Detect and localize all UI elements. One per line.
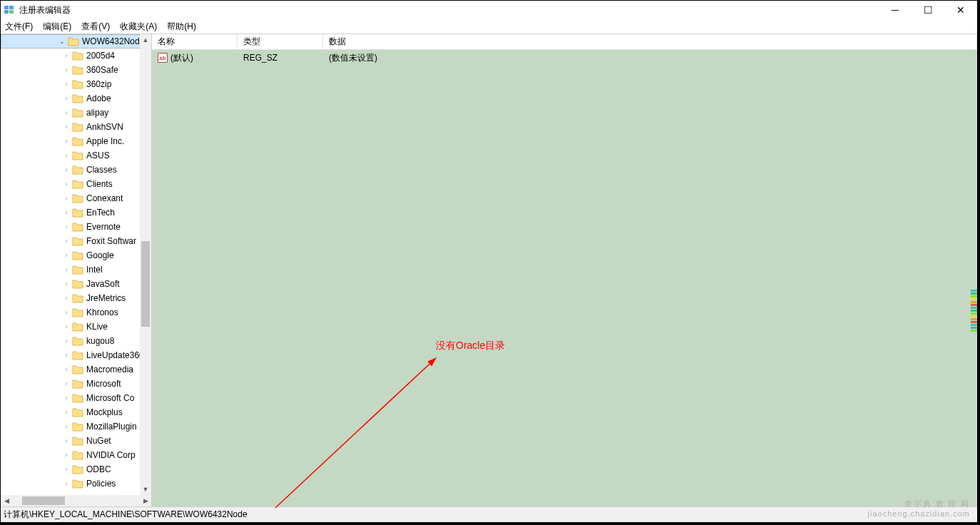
tree-item[interactable]: ›Policies	[1, 476, 151, 491]
tree-item[interactable]: ›Evernote	[1, 220, 151, 234]
tree-item[interactable]: ›Khronos	[1, 305, 151, 320]
chevron-right-icon[interactable]: ›	[62, 209, 71, 216]
chevron-right-icon[interactable]: ›	[62, 409, 71, 416]
folder-icon	[72, 165, 83, 175]
close-button[interactable]: ✕	[944, 1, 977, 19]
tree-item[interactable]: ›Conexant	[1, 191, 151, 205]
chevron-right-icon[interactable]: ›	[62, 238, 71, 245]
row-name-cell: ab (默认)	[152, 52, 238, 64]
menu-help[interactable]: 帮助(H)	[167, 21, 196, 33]
chevron-right-icon[interactable]: ›	[62, 480, 71, 487]
folder-icon	[72, 365, 83, 374]
tree-item[interactable]: ›Mockplus	[1, 405, 151, 419]
tree-body[interactable]: ⌄ WOW6432Node ›2005d4›360Safe›360zip›Ado…	[1, 34, 151, 495]
tree-item[interactable]: ›Microsoft Co	[1, 391, 151, 405]
maximize-button[interactable]: ☐	[912, 1, 944, 19]
tree-item-label: LiveUpdate360	[86, 350, 144, 360]
chevron-right-icon[interactable]: ›	[62, 323, 71, 330]
tree-item[interactable]: ›360Safe	[1, 63, 151, 77]
chevron-right-icon[interactable]: ›	[62, 95, 71, 102]
chevron-right-icon[interactable]: ›	[62, 81, 71, 88]
chevron-right-icon[interactable]: ›	[62, 166, 71, 173]
chevron-right-icon[interactable]: ›	[62, 266, 71, 273]
scroll-up-icon[interactable]: ▲	[140, 34, 151, 46]
scroll-down-icon[interactable]: ▼	[140, 484, 151, 495]
scroll-thumb[interactable]	[141, 241, 150, 327]
chevron-right-icon[interactable]: ›	[62, 280, 71, 287]
tree-item[interactable]: ›JavaSoft	[1, 277, 151, 291]
chevron-right-icon[interactable]: ›	[62, 466, 71, 473]
minimize-button[interactable]: ─	[879, 1, 912, 19]
column-name[interactable]: 名称	[152, 34, 238, 49]
tree-item[interactable]: ›NuGet	[1, 434, 151, 448]
tree-item[interactable]: ›Apple Inc.	[1, 134, 151, 148]
scroll-right-icon[interactable]: ▶	[140, 495, 151, 506]
menu-file[interactable]: 文件(F)	[5, 21, 33, 33]
tree-item[interactable]: ›MozillaPlugin	[1, 419, 151, 434]
chevron-right-icon[interactable]: ›	[62, 309, 71, 316]
chevron-right-icon[interactable]: ›	[62, 123, 71, 131]
tree-item[interactable]: ›Macromedia	[1, 362, 151, 377]
tree-item[interactable]: ›Intel	[1, 262, 151, 277]
chevron-right-icon[interactable]: ›	[62, 223, 71, 230]
chevron-right-icon[interactable]: ›	[62, 152, 71, 159]
tree-item[interactable]: ›NVIDIA Corp	[1, 448, 151, 462]
column-type[interactable]: 类型	[238, 34, 323, 49]
tree-item-root[interactable]: ⌄ WOW6432Node	[1, 34, 151, 49]
menu-favorites[interactable]: 收藏夹(A)	[120, 21, 157, 33]
tree-item-label: ASUS	[86, 151, 110, 160]
tree-horizontal-scrollbar[interactable]: ◀ ▶	[1, 495, 151, 506]
tree-vertical-scrollbar[interactable]: ▲ ▼	[140, 34, 151, 495]
folder-icon	[72, 393, 83, 403]
scroll-thumb[interactable]	[22, 496, 65, 505]
tree-item[interactable]: ›Microsoft	[1, 377, 151, 391]
folder-icon	[72, 436, 83, 446]
chevron-right-icon[interactable]: ›	[62, 295, 71, 302]
tree-item[interactable]: ›AnkhSVN	[1, 120, 151, 134]
chevron-right-icon[interactable]: ›	[62, 252, 71, 259]
tree-item[interactable]: ›ASUS	[1, 148, 151, 163]
folder-icon	[72, 322, 83, 332]
row-type-cell: REG_SZ	[238, 53, 323, 63]
tree-item[interactable]: ›360zip	[1, 77, 151, 91]
chevron-right-icon[interactable]: ›	[62, 423, 71, 430]
tree-item[interactable]: ›ODBC	[1, 462, 151, 476]
tree-item[interactable]: ›kugou8	[1, 334, 151, 348]
tree-item-label: JreMetrics	[86, 293, 126, 303]
tree-item-label: kugou8	[86, 336, 114, 346]
chevron-right-icon[interactable]: ›	[62, 394, 71, 402]
tree-item[interactable]: ›Classes	[1, 163, 151, 177]
chevron-right-icon[interactable]: ›	[62, 366, 71, 373]
folder-icon	[68, 36, 79, 46]
scroll-left-icon[interactable]: ◀	[1, 495, 12, 506]
chevron-right-icon[interactable]: ›	[62, 52, 71, 59]
tree-item[interactable]: ›JreMetrics	[1, 291, 151, 305]
tree-item[interactable]: ›Adobe	[1, 91, 151, 106]
tree-item[interactable]: ›Clients	[1, 177, 151, 191]
chevron-right-icon[interactable]: ›	[62, 352, 71, 359]
chevron-right-icon[interactable]: ›	[62, 138, 71, 145]
tree-item[interactable]: ›2005d4	[1, 49, 151, 63]
chevron-right-icon[interactable]: ›	[62, 109, 71, 116]
chevron-right-icon[interactable]: ›	[62, 380, 71, 387]
menu-edit[interactable]: 编辑(E)	[43, 21, 71, 33]
list-row[interactable]: ab (默认) REG_SZ (数值未设置)	[152, 50, 977, 66]
tree-item[interactable]: ›EnTech	[1, 205, 151, 220]
chevron-right-icon[interactable]: ›	[62, 195, 71, 202]
tree-item[interactable]: ›LiveUpdate360	[1, 348, 151, 362]
column-data[interactable]: 数据	[323, 34, 977, 49]
menu-view[interactable]: 查看(V)	[81, 21, 110, 33]
tree-item[interactable]: ›alipay	[1, 106, 151, 120]
chevron-right-icon[interactable]: ›	[62, 337, 71, 345]
tree-item-label: Conexant	[86, 193, 123, 203]
chevron-right-icon[interactable]: ›	[62, 180, 71, 188]
chevron-right-icon[interactable]: ›	[62, 452, 71, 459]
tree-pane: ⌄ WOW6432Node ›2005d4›360Safe›360zip›Ado…	[1, 34, 152, 506]
svg-rect-3	[9, 10, 14, 14]
tree-item[interactable]: ›Foxit Softwar	[1, 234, 151, 248]
tree-item[interactable]: ›KLive	[1, 320, 151, 334]
chevron-right-icon[interactable]: ›	[62, 437, 71, 444]
tree-item[interactable]: ›Google	[1, 248, 151, 262]
chevron-down-icon[interactable]: ⌄	[58, 38, 66, 45]
chevron-right-icon[interactable]: ›	[62, 66, 71, 73]
